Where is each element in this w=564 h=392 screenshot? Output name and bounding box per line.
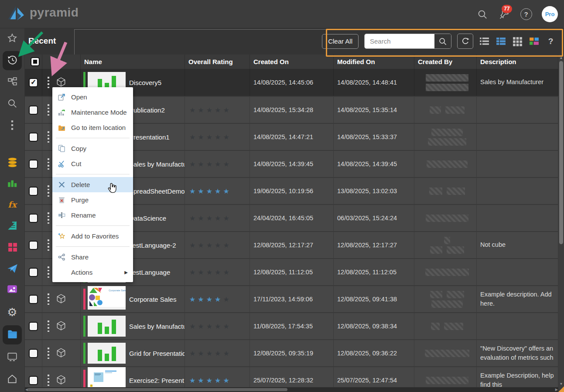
row-rating-cell[interactable]: ★★★★★ <box>185 286 250 312</box>
row-rating-cell[interactable]: ★★★★★ <box>185 124 250 150</box>
column-header-description[interactable]: Description <box>477 55 558 69</box>
item-name[interactable]: TestLanguage <box>129 269 170 276</box>
view-help-icon[interactable]: ? <box>545 36 556 47</box>
sidebar-item-search[interactable] <box>3 95 22 114</box>
row-checkbox[interactable] <box>29 322 38 331</box>
row-menu-kebab-icon[interactable] <box>48 239 49 251</box>
star-rating[interactable]: ★★★★★ <box>185 160 232 168</box>
row-menu-kebab-icon[interactable] <box>48 104 49 116</box>
row-rating-cell[interactable]: ★★★★★ <box>185 367 250 387</box>
menu-item-delete[interactable]: Delete <box>52 177 133 192</box>
menu-item-rename[interactable]: Rename <box>52 208 133 223</box>
help-icon[interactable]: ? <box>520 8 532 20</box>
star-rating[interactable]: ★★★★★ <box>185 322 232 331</box>
row-menu-kebab-icon[interactable] <box>48 293 49 305</box>
clear-all-button[interactable]: Clear All <box>322 34 359 49</box>
row-menu-kebab-icon[interactable] <box>48 212 49 224</box>
star-rating[interactable]: ★★★★★ <box>185 133 232 141</box>
item-name[interactable]: DataScience <box>129 215 166 222</box>
grid-view-icon[interactable] <box>512 36 523 47</box>
sidebar-item-tabulate[interactable] <box>3 217 22 236</box>
item-name[interactable]: Discovery5 <box>129 79 161 86</box>
table-row[interactable]: Exercise2: Present Pr★★★★★25/07/2025, 12… <box>25 366 558 387</box>
item-name[interactable]: Publication2 <box>129 106 165 114</box>
row-menu-kebab-icon[interactable] <box>48 131 49 143</box>
item-name[interactable]: Sales by Manufacturer <box>129 160 185 168</box>
item-name[interactable]: TestLanguage-2 <box>129 242 176 249</box>
row-checkbox[interactable] <box>29 295 38 304</box>
horizontal-scrollbar-thumb[interactable] <box>27 388 287 391</box>
menu-item-maintenance-mode[interactable]: Maintenance Mode <box>52 105 133 120</box>
star-rating[interactable]: ★★★★★ <box>185 187 232 195</box>
scroll-up-arrow[interactable]: ▲ <box>559 56 563 60</box>
scroll-right-arrow[interactable]: ▶ <box>555 388 558 392</box>
table-row[interactable]: Corporate SalesCorporate Sales★★★★★17/11… <box>25 285 558 312</box>
sidebar-item-present[interactable] <box>3 238 22 257</box>
menu-item-share[interactable]: Share <box>52 249 133 265</box>
column-header-created-by[interactable]: Created By <box>414 55 477 69</box>
global-search-icon[interactable] <box>476 8 489 20</box>
sidebar-item-home[interactable] <box>3 370 22 389</box>
row-menu-kebab-icon[interactable] <box>48 348 49 359</box>
item-name[interactable]: Presentation1 <box>129 133 170 141</box>
star-rating[interactable]: ★★★★★ <box>185 241 232 249</box>
row-rating-cell[interactable]: ★★★★★ <box>185 313 250 339</box>
menu-item-add-to-favorites[interactable]: Add to Favorites <box>52 228 133 244</box>
column-header-overall-rating[interactable]: Overall Rating <box>185 55 250 69</box>
row-menu-kebab-icon[interactable] <box>48 320 49 332</box>
menu-item-purge[interactable]: Purge <box>52 192 133 208</box>
sidebar-item-recent[interactable] <box>3 51 22 70</box>
row-menu-kebab-icon[interactable] <box>48 375 49 386</box>
row-checkbox[interactable] <box>29 214 38 223</box>
row-rating-cell[interactable]: ★★★★★ <box>185 151 250 177</box>
sidebar-item-hierarchy[interactable] <box>3 73 22 92</box>
select-all-checkbox[interactable] <box>31 57 40 66</box>
sidebar-item-admin[interactable]: ⚙ <box>3 303 22 322</box>
row-checkbox[interactable] <box>29 376 38 385</box>
sidebar-item-favorites[interactable] <box>3 30 22 49</box>
item-name[interactable]: Exercise2: Present Pr <box>129 377 185 384</box>
search-submit-icon[interactable] <box>434 34 451 48</box>
item-name[interactable]: Sales by Manufacturer <box>129 323 185 330</box>
menu-item-go-to-item-location[interactable]: Go to item location <box>52 120 133 135</box>
row-checkbox[interactable] <box>29 160 38 169</box>
row-menu-kebab-icon[interactable] <box>48 266 49 278</box>
star-rating[interactable]: ★★★★★ <box>185 295 232 303</box>
row-rating-cell[interactable]: ★★★★★ <box>185 232 250 258</box>
item-name[interactable]: SpreadSheetDemo_N <box>129 187 185 195</box>
row-checkbox[interactable] <box>29 133 38 142</box>
table-row[interactable]: Grid for Presentation★★★★★12/08/2025, 09… <box>25 339 558 366</box>
star-rating[interactable]: ★★★★★ <box>185 106 232 114</box>
sidebar-item-more[interactable] <box>3 116 22 136</box>
profile-avatar[interactable]: Pro <box>542 6 558 22</box>
row-menu-kebab-icon[interactable] <box>48 77 49 88</box>
row-rating-cell[interactable]: ★★★★★ <box>185 205 250 231</box>
row-rating-cell[interactable]: ★★★★★ <box>185 340 250 366</box>
scroll-down-arrow[interactable]: ▼ <box>559 382 563 386</box>
sidebar-item-illustrate[interactable] <box>3 280 22 300</box>
star-rating[interactable]: ★★★★★ <box>185 349 232 358</box>
item-name[interactable]: Grid for Presentation <box>129 350 185 357</box>
refresh-icon[interactable] <box>457 34 473 49</box>
row-rating-cell[interactable]: ★★★★★ <box>185 178 250 204</box>
column-header-name[interactable]: Name <box>81 55 185 69</box>
row-checkbox[interactable] <box>29 349 38 358</box>
row-checkbox[interactable] <box>29 106 38 115</box>
vertical-scrollbar-thumb[interactable] <box>559 61 563 244</box>
row-checkbox[interactable] <box>29 268 38 277</box>
notifications-pin-icon[interactable]: 77 <box>498 8 510 20</box>
star-rating[interactable]: ★★★★★ <box>185 376 232 385</box>
list-view-icon[interactable] <box>479 36 490 47</box>
row-rating-cell[interactable] <box>185 69 250 96</box>
row-rating-cell[interactable]: ★★★★★ <box>185 259 250 285</box>
row-rating-cell[interactable]: ★★★★★ <box>185 97 250 123</box>
menu-item-actions[interactable]: Actions▶ <box>52 265 133 280</box>
column-header-created-on[interactable]: Created On <box>250 55 334 69</box>
row-checkbox[interactable] <box>29 241 38 250</box>
sidebar-item-content-manager[interactable] <box>3 325 22 344</box>
tiles-view-icon[interactable] <box>529 36 540 47</box>
sidebar-item-model[interactable] <box>3 153 22 173</box>
menu-item-cut[interactable]: Cut <box>52 156 133 171</box>
sidebar-item-publish[interactable] <box>3 259 22 279</box>
search-input[interactable] <box>365 34 434 48</box>
